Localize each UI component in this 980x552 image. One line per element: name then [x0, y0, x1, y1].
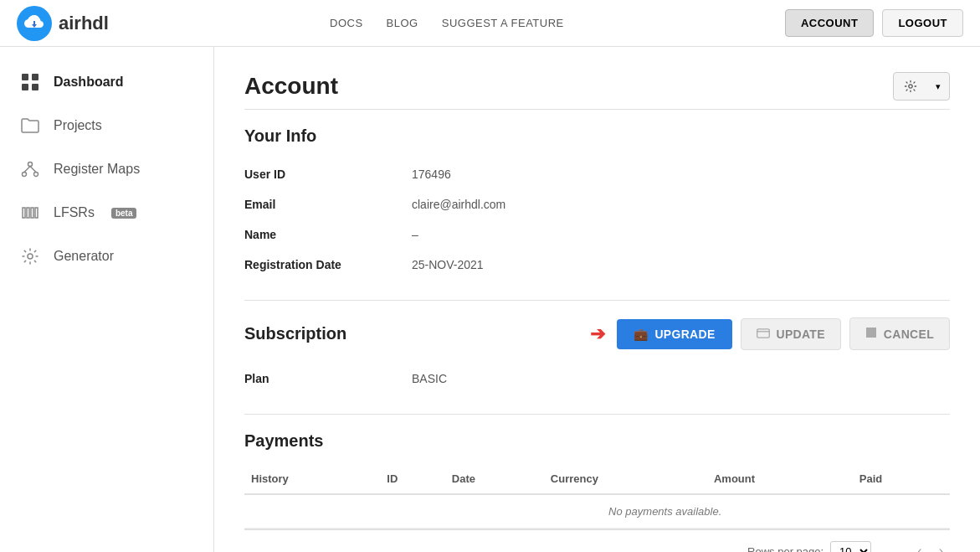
svg-rect-3 [32, 84, 38, 90]
logo-link[interactable]: airhdl [17, 6, 109, 41]
sidebar-item-lfsrs[interactable]: LFSRs beta [0, 191, 213, 235]
blog-link[interactable]: BLOG [387, 17, 418, 29]
upgrade-button[interactable]: 💼 UPGRADE [617, 319, 731, 349]
topnav-links: DOCS BLOG SUGGEST A FEATURE [330, 17, 564, 29]
sidebar-item-label-lfsrs: LFSRs [54, 205, 95, 220]
svg-line-7 [24, 167, 30, 173]
next-page-button[interactable]: › [932, 540, 950, 552]
user-id-row: User ID 176496 [244, 159, 950, 189]
sidebar-item-label-register-maps: Register Maps [54, 162, 140, 177]
svg-rect-9 [23, 208, 25, 218]
pagination-controls: ‹ › [911, 540, 950, 552]
main-content: Account ▾ Your Info User ID 176 [214, 47, 980, 552]
currency-col-header: Currency [544, 464, 707, 494]
settings-caret-button[interactable]: ▾ [927, 75, 949, 99]
folder-icon [20, 116, 40, 136]
history-col-label: History [244, 464, 380, 494]
svg-rect-0 [22, 74, 28, 80]
payments-section: Payments History ID Date Currency Amount… [244, 431, 950, 552]
name-row: Name – [244, 219, 950, 250]
user-id-label: User ID [244, 159, 412, 189]
cancel-label: CANCEL [884, 328, 934, 341]
sidebar-item-register-maps[interactable]: Register Maps [0, 147, 213, 191]
user-info-table: User ID 176496 Email claire@airhdl.com N… [244, 159, 950, 280]
logo-icon [17, 6, 52, 41]
sidebar-item-label-projects: Projects [54, 118, 102, 133]
user-id-value: 176496 [412, 159, 950, 189]
rows-per-page-select[interactable]: 10 25 50 [830, 541, 871, 553]
svg-line-8 [30, 167, 36, 173]
rows-per-page-label: Rows per page: [747, 545, 824, 553]
svg-rect-10 [27, 208, 29, 218]
square-icon [865, 327, 877, 338]
logo-text: airhdl [59, 13, 109, 34]
docs-link[interactable]: DOCS [330, 17, 363, 29]
lfsr-icon [20, 203, 40, 223]
credit-card-icon [757, 328, 770, 338]
svg-rect-15 [757, 328, 769, 337]
plan-label: Plan [244, 364, 412, 394]
rows-per-page-control: Rows per page: 10 25 50 [747, 541, 871, 553]
svg-point-13 [28, 254, 33, 259]
svg-point-4 [28, 163, 33, 167]
logout-button[interactable]: LOGOUT [882, 9, 963, 37]
no-payments-text: No payments available. [380, 494, 950, 529]
email-label: Email [244, 189, 412, 219]
gear-icon [20, 246, 40, 266]
no-data-row: No payments available. [244, 494, 950, 529]
svg-point-14 [909, 85, 912, 88]
payments-title: Payments [244, 431, 950, 451]
subscription-table: Plan BASIC [244, 364, 950, 394]
sidebar-item-projects[interactable]: Projects [0, 104, 213, 147]
topnav: airhdl DOCS BLOG SUGGEST A FEATURE ACCOU… [0, 0, 980, 47]
svg-point-5 [23, 173, 27, 177]
subscription-actions: ➔ 💼 UPGRADE UPDATE [590, 317, 950, 350]
briefcase-icon: 💼 [634, 328, 648, 341]
email-row: Email claire@airhdl.com [244, 189, 950, 219]
amount-col-header: Amount [707, 464, 853, 494]
email-value: claire@airhdl.com [412, 189, 950, 219]
layout: Dashboard Projects Register Maps [0, 47, 980, 552]
svg-rect-1 [32, 74, 38, 80]
dashboard-icon [20, 72, 40, 92]
sidebar-item-generator[interactable]: Generator [0, 235, 213, 278]
topnav-actions: ACCOUNT LOGOUT [785, 9, 963, 37]
card-icon [757, 328, 770, 341]
settings-dropdown[interactable]: ▾ [893, 72, 950, 101]
pagination-dash: – [888, 545, 894, 553]
suggest-link[interactable]: SUGGEST A FEATURE [442, 17, 564, 29]
settings-main-button[interactable] [894, 73, 927, 100]
sidebar: Dashboard Projects Register Maps [0, 47, 214, 552]
your-info-title: Your Info [244, 126, 950, 146]
sidebar-item-label-generator: Generator [54, 249, 114, 264]
svg-rect-17 [866, 328, 876, 338]
name-label: Name [244, 219, 412, 250]
page-title: Account [244, 73, 338, 100]
account-button[interactable]: ACCOUNT [785, 9, 875, 37]
svg-point-6 [34, 173, 38, 177]
payments-table: History ID Date Currency Amount Paid No … [244, 464, 950, 529]
sidebar-item-dashboard[interactable]: Dashboard [0, 60, 213, 104]
prev-page-button[interactable]: ‹ [911, 540, 928, 552]
id-col-header: ID [380, 464, 444, 494]
info-divider [244, 300, 950, 301]
svg-rect-2 [22, 84, 28, 90]
page-title-row: Account ▾ [244, 72, 950, 101]
lfsrs-badge: beta [111, 208, 137, 219]
name-value: – [412, 219, 950, 250]
update-button[interactable]: UPDATE [741, 318, 841, 350]
settings-icon [904, 80, 917, 93]
upgrade-label: UPGRADE [654, 328, 715, 341]
title-divider [244, 109, 950, 110]
date-col-header: Date [445, 464, 544, 494]
upgrade-arrow-indicator: ➔ [590, 323, 605, 345]
table-footer: Rows per page: 10 25 50 – ‹ › [244, 529, 950, 552]
cancel-button[interactable]: CANCEL [849, 317, 950, 350]
registration-date-label: Registration Date [244, 250, 412, 280]
svg-rect-12 [35, 208, 38, 218]
sidebar-item-label-dashboard: Dashboard [54, 75, 124, 90]
subscription-title: Subscription [244, 324, 346, 343]
subscription-divider [244, 414, 950, 415]
update-label: UPDATE [777, 328, 825, 341]
stop-icon [865, 327, 877, 341]
